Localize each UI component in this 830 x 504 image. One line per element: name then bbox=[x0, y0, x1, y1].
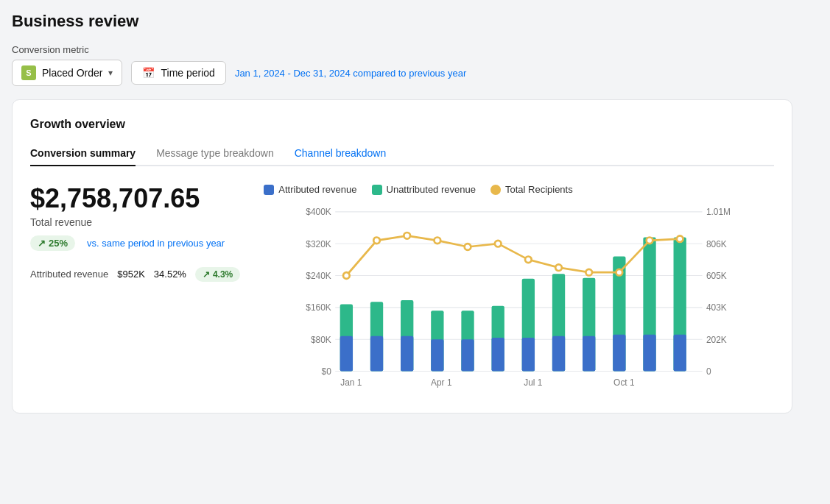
right-panel: Attributed revenue Unattributed revenue … bbox=[264, 184, 774, 395]
growth-row: ↗ 25% vs. same period in previous year bbox=[30, 235, 240, 251]
revenue-chart: $400K $320K $240K $160K $80K $0 1.01M 80… bbox=[264, 204, 774, 395]
attributed-revenue-label: Attributed revenue bbox=[30, 269, 108, 280]
svg-rect-27 bbox=[462, 339, 474, 371]
tab-channel-breakdown[interactable]: Channel breakdown bbox=[295, 141, 387, 166]
arrow-up-icon: ↗ bbox=[38, 238, 46, 249]
svg-point-50 bbox=[586, 269, 593, 276]
legend-dot-recipients bbox=[490, 185, 501, 195]
legend-unattributed: Unattributed revenue bbox=[372, 184, 476, 195]
svg-point-53 bbox=[677, 235, 683, 242]
vs-text: vs. same period in previous year bbox=[87, 238, 225, 249]
legend-label-unattributed: Unattributed revenue bbox=[387, 184, 476, 195]
svg-rect-29 bbox=[492, 338, 504, 372]
svg-text:Jan 1: Jan 1 bbox=[341, 377, 363, 388]
attributed-revenue-pct: 34.52% bbox=[154, 269, 186, 280]
page-title: Business review bbox=[12, 12, 818, 31]
total-revenue-label: Total revenue bbox=[30, 216, 240, 228]
legend-label-recipients: Total Recipients bbox=[505, 184, 573, 195]
svg-text:$80K: $80K bbox=[311, 335, 331, 345]
svg-text:$400K: $400K bbox=[306, 207, 331, 217]
svg-rect-21 bbox=[370, 336, 383, 372]
svg-text:806K: 806K bbox=[706, 239, 727, 249]
svg-text:403K: 403K bbox=[706, 302, 727, 313]
svg-text:$240K: $240K bbox=[306, 271, 331, 281]
legend-dot-attributed bbox=[264, 185, 274, 195]
time-period-button[interactable]: 📅 Time period bbox=[131, 61, 225, 85]
conversion-metric-label: Conversion metric bbox=[12, 44, 818, 55]
svg-rect-37 bbox=[613, 335, 625, 372]
growth-badge: ↗ 25% bbox=[30, 235, 75, 251]
legend-recipients: Total Recipients bbox=[490, 184, 573, 195]
svg-rect-35 bbox=[583, 336, 595, 372]
svg-rect-25 bbox=[431, 339, 443, 371]
date-range-text: Jan 1, 2024 - Dec 31, 2024 compared to p… bbox=[235, 68, 466, 79]
svg-point-44 bbox=[404, 233, 411, 239]
growth-pct: 25% bbox=[49, 238, 68, 249]
svg-point-46 bbox=[465, 244, 471, 250]
attributed-row: Attributed revenue $952K 34.52% ↗ 4.3% bbox=[30, 267, 240, 282]
attributed-badge-value: 4.3% bbox=[213, 269, 233, 280]
legend-attributed: Attributed revenue bbox=[264, 184, 356, 195]
calendar-icon: 📅 bbox=[142, 67, 155, 79]
attributed-badge: ↗ 4.3% bbox=[195, 267, 240, 282]
attributed-revenue-value: $952K bbox=[117, 269, 145, 280]
svg-text:$160K: $160K bbox=[306, 302, 331, 313]
tab-conversion-summary[interactable]: Conversion summary bbox=[30, 141, 136, 166]
svg-point-42 bbox=[343, 272, 350, 279]
conversion-metric-dropdown[interactable]: S Placed Order ▾ bbox=[12, 60, 122, 86]
arrow-up-small-icon: ↗ bbox=[203, 269, 210, 280]
svg-point-51 bbox=[616, 269, 623, 276]
card-title: Growth overview bbox=[30, 118, 774, 131]
svg-point-49 bbox=[555, 264, 562, 271]
svg-rect-23 bbox=[401, 336, 413, 372]
time-period-label: Time period bbox=[161, 67, 214, 79]
svg-point-47 bbox=[495, 241, 502, 247]
svg-text:202K: 202K bbox=[706, 335, 727, 345]
svg-text:Apr 1: Apr 1 bbox=[431, 377, 452, 388]
svg-point-43 bbox=[373, 238, 380, 244]
svg-rect-41 bbox=[674, 335, 686, 372]
tabs-bar: Conversion summary Message type breakdow… bbox=[30, 141, 774, 166]
tab-message-type[interactable]: Message type breakdown bbox=[156, 141, 274, 166]
svg-text:605K: 605K bbox=[706, 271, 727, 281]
content-area: $2,758,707.65 Total revenue ↗ 25% vs. sa… bbox=[30, 184, 774, 395]
legend-label-attributed: Attributed revenue bbox=[278, 184, 356, 195]
svg-rect-31 bbox=[522, 338, 535, 372]
growth-overview-card: Growth overview Conversion summary Messa… bbox=[12, 99, 792, 414]
dropdown-label: Placed Order bbox=[42, 67, 102, 79]
total-revenue-value: $2,758,707.65 bbox=[30, 184, 240, 213]
svg-text:Oct 1: Oct 1 bbox=[613, 377, 635, 388]
svg-text:$320K: $320K bbox=[306, 239, 331, 249]
chart-area: $400K $320K $240K $160K $80K $0 1.01M 80… bbox=[264, 204, 774, 395]
svg-point-48 bbox=[525, 257, 532, 263]
chart-legend: Attributed revenue Unattributed revenue … bbox=[264, 184, 774, 195]
svg-point-45 bbox=[435, 238, 441, 244]
svg-rect-39 bbox=[644, 335, 656, 372]
chevron-down-icon: ▾ bbox=[108, 68, 113, 78]
svg-text:0: 0 bbox=[706, 366, 711, 377]
shopify-icon: S bbox=[21, 65, 36, 80]
svg-rect-33 bbox=[552, 336, 565, 372]
svg-point-52 bbox=[647, 238, 653, 244]
left-panel: $2,758,707.65 Total revenue ↗ 25% vs. sa… bbox=[30, 184, 240, 395]
controls-row: S Placed Order ▾ 📅 Time period Jan 1, 20… bbox=[12, 60, 818, 86]
svg-rect-19 bbox=[340, 336, 353, 372]
svg-text:1.01M: 1.01M bbox=[706, 207, 731, 217]
svg-text:$0: $0 bbox=[322, 366, 332, 377]
svg-text:Jul 1: Jul 1 bbox=[524, 377, 544, 388]
legend-dot-unattributed bbox=[372, 185, 382, 195]
